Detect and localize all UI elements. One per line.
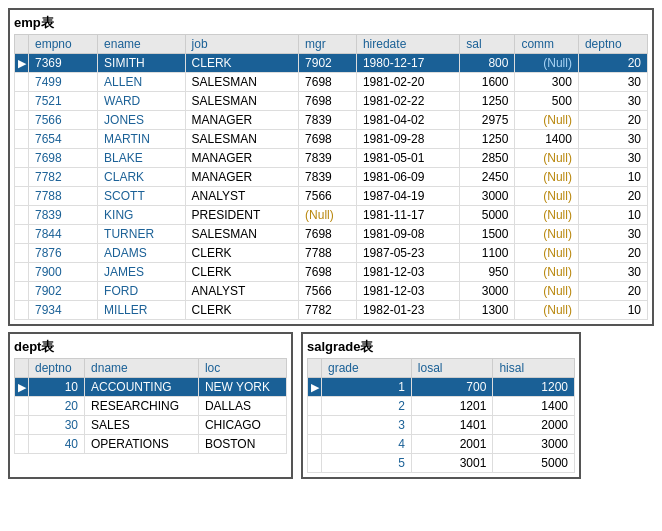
row-pointer xyxy=(15,244,29,263)
emp-ename[interactable]: MARTIN xyxy=(98,130,186,149)
dept-col-loc[interactable]: loc xyxy=(198,359,286,378)
salgrade-losal: 700 xyxy=(411,378,493,397)
emp-row-2[interactable]: 7521 WARD SALESMAN 7698 1981-02-22 1250 … xyxy=(15,92,648,111)
dept-deptno[interactable]: 20 xyxy=(29,397,85,416)
emp-mgr: 7839 xyxy=(299,168,357,187)
row-pointer xyxy=(15,92,29,111)
dept-deptno[interactable]: 30 xyxy=(29,416,85,435)
emp-hiredate: 1987-04-19 xyxy=(356,187,459,206)
salgrade-grade[interactable]: 1 xyxy=(322,378,412,397)
emp-empno[interactable]: 7844 xyxy=(29,225,98,244)
emp-ename[interactable]: JAMES xyxy=(98,263,186,282)
emp-deptno: 30 xyxy=(578,225,647,244)
emp-row-1[interactable]: 7499 ALLEN SALESMAN 7698 1981-02-20 1600… xyxy=(15,73,648,92)
emp-col-mgr[interactable]: mgr xyxy=(299,35,357,54)
row-pointer xyxy=(15,168,29,187)
row-pointer: ▶ xyxy=(15,54,29,73)
emp-ename[interactable]: BLAKE xyxy=(98,149,186,168)
dept-loc: NEW YORK xyxy=(198,378,286,397)
emp-row-4[interactable]: 7654 MARTIN SALESMAN 7698 1981-09-28 125… xyxy=(15,130,648,149)
emp-ename[interactable]: TURNER xyxy=(98,225,186,244)
emp-hiredate: 1987-05-23 xyxy=(356,244,459,263)
emp-sal: 1100 xyxy=(460,244,515,263)
emp-empno[interactable]: 7902 xyxy=(29,282,98,301)
emp-ename[interactable]: ALLEN xyxy=(98,73,186,92)
dept-row-3[interactable]: 40 OPERATIONS BOSTON xyxy=(15,435,287,454)
emp-ename[interactable]: MILLER xyxy=(98,301,186,320)
salgrade-row-4[interactable]: 5 3001 5000 xyxy=(308,454,575,473)
emp-row-0[interactable]: ▶ 7369 SIMITH CLERK 7902 1980-12-17 800 … xyxy=(15,54,648,73)
emp-empno[interactable]: 7788 xyxy=(29,187,98,206)
emp-comm: (Null) xyxy=(515,206,578,225)
emp-ename[interactable]: SCOTT xyxy=(98,187,186,206)
emp-row-7[interactable]: 7788 SCOTT ANALYST 7566 1987-04-19 3000 … xyxy=(15,187,648,206)
emp-mgr: 7782 xyxy=(299,301,357,320)
emp-mgr: 7566 xyxy=(299,282,357,301)
emp-col-sal[interactable]: sal xyxy=(460,35,515,54)
emp-empno[interactable]: 7782 xyxy=(29,168,98,187)
dept-deptno[interactable]: 10 xyxy=(29,378,85,397)
row-pointer xyxy=(15,435,29,454)
emp-row-13[interactable]: 7934 MILLER CLERK 7782 1982-01-23 1300 (… xyxy=(15,301,648,320)
emp-empno[interactable]: 7839 xyxy=(29,206,98,225)
emp-col-empno[interactable]: empno xyxy=(29,35,98,54)
emp-row-5[interactable]: 7698 BLAKE MANAGER 7839 1981-05-01 2850 … xyxy=(15,149,648,168)
salgrade-grade[interactable]: 2 xyxy=(322,397,412,416)
emp-col-deptno[interactable]: deptno xyxy=(578,35,647,54)
emp-empno[interactable]: 7934 xyxy=(29,301,98,320)
emp-empno[interactable]: 7654 xyxy=(29,130,98,149)
emp-deptno: 30 xyxy=(578,149,647,168)
dept-row-1[interactable]: 20 RESEARCHING DALLAS xyxy=(15,397,287,416)
emp-ename[interactable]: SIMITH xyxy=(98,54,186,73)
emp-mgr: 7839 xyxy=(299,149,357,168)
salgrade-col-losal[interactable]: losal xyxy=(411,359,493,378)
salgrade-row-3[interactable]: 4 2001 3000 xyxy=(308,435,575,454)
emp-col-comm[interactable]: comm xyxy=(515,35,578,54)
emp-ename[interactable]: ADAMS xyxy=(98,244,186,263)
emp-col-pointer xyxy=(15,35,29,54)
salgrade-grade[interactable]: 5 xyxy=(322,454,412,473)
emp-empno[interactable]: 7900 xyxy=(29,263,98,282)
emp-col-ename[interactable]: ename xyxy=(98,35,186,54)
emp-row-9[interactable]: 7844 TURNER SALESMAN 7698 1981-09-08 150… xyxy=(15,225,648,244)
salgrade-table-title: salgrade表 xyxy=(307,338,575,356)
emp-ename[interactable]: FORD xyxy=(98,282,186,301)
emp-mgr: 7698 xyxy=(299,73,357,92)
emp-row-11[interactable]: 7900 JAMES CLERK 7698 1981-12-03 950 (Nu… xyxy=(15,263,648,282)
emp-empno[interactable]: 7698 xyxy=(29,149,98,168)
salgrade-grade[interactable]: 3 xyxy=(322,416,412,435)
dept-col-dname[interactable]: dname xyxy=(85,359,199,378)
salgrade-row-1[interactable]: 2 1201 1400 xyxy=(308,397,575,416)
emp-col-job[interactable]: job xyxy=(185,35,298,54)
emp-ename[interactable]: JONES xyxy=(98,111,186,130)
salgrade-losal: 2001 xyxy=(411,435,493,454)
dept-row-0[interactable]: ▶ 10 ACCOUNTING NEW YORK xyxy=(15,378,287,397)
dept-row-2[interactable]: 30 SALES CHICAGO xyxy=(15,416,287,435)
emp-sal: 2975 xyxy=(460,111,515,130)
emp-col-hiredate[interactable]: hiredate xyxy=(356,35,459,54)
dept-col-deptno[interactable]: deptno xyxy=(29,359,85,378)
emp-row-6[interactable]: 7782 CLARK MANAGER 7839 1981-06-09 2450 … xyxy=(15,168,648,187)
salgrade-col-hisal[interactable]: hisal xyxy=(493,359,575,378)
emp-empno[interactable]: 7499 xyxy=(29,73,98,92)
dept-deptno[interactable]: 40 xyxy=(29,435,85,454)
emp-job: ANALYST xyxy=(185,282,298,301)
emp-comm: 1400 xyxy=(515,130,578,149)
emp-ename[interactable]: CLARK xyxy=(98,168,186,187)
emp-row-8[interactable]: 7839 KING PRESIDENT (Null) 1981-11-17 50… xyxy=(15,206,648,225)
emp-row-10[interactable]: 7876 ADAMS CLERK 7788 1987-05-23 1100 (N… xyxy=(15,244,648,263)
salgrade-grade[interactable]: 4 xyxy=(322,435,412,454)
salgrade-col-grade[interactable]: grade xyxy=(322,359,412,378)
emp-hiredate: 1980-12-17 xyxy=(356,54,459,73)
salgrade-row-0[interactable]: ▶ 1 700 1200 xyxy=(308,378,575,397)
emp-empno[interactable]: 7876 xyxy=(29,244,98,263)
emp-row-3[interactable]: 7566 JONES MANAGER 7839 1981-04-02 2975 … xyxy=(15,111,648,130)
emp-empno[interactable]: 7566 xyxy=(29,111,98,130)
emp-row-12[interactable]: 7902 FORD ANALYST 7566 1981-12-03 3000 (… xyxy=(15,282,648,301)
emp-ename[interactable]: KING xyxy=(98,206,186,225)
emp-empno[interactable]: 7521 xyxy=(29,92,98,111)
salgrade-row-2[interactable]: 3 1401 2000 xyxy=(308,416,575,435)
emp-empno[interactable]: 7369 xyxy=(29,54,98,73)
emp-mgr: 7788 xyxy=(299,244,357,263)
emp-ename[interactable]: WARD xyxy=(98,92,186,111)
